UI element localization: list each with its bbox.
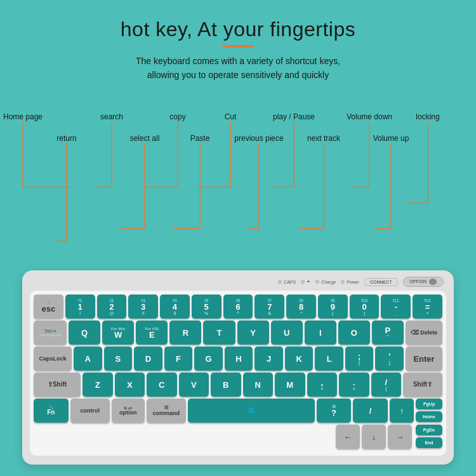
key-2[interactable]: f2 2 @ [97, 294, 127, 319]
key-delete[interactable]: ⌫ Delete [406, 321, 442, 345]
key-6[interactable]: f6 6 ^ [223, 294, 253, 319]
key-row-5: ← ↓ → PgDn End [34, 425, 442, 449]
key-l[interactable]: L [315, 347, 343, 371]
label-home-page: Home page [3, 112, 43, 121]
key-row-3: ⇧Shift Z X C V B N M , < . > [34, 373, 442, 397]
label-search: search [100, 112, 123, 121]
label-cut: Cut [225, 112, 237, 121]
key-command[interactable]: ⌘ command [147, 399, 186, 423]
key-5[interactable]: f5 5 % [192, 294, 221, 319]
key-row-0: ~ esc f1 1 ! f2 2 @ f3 3 [34, 294, 442, 319]
key-row-4: 🔧 Fn control ☯ alt option ⌘ command [34, 399, 442, 423]
subtitle: The keyboard comes with a variety of sho… [0, 54, 476, 83]
key-a[interactable]: A [74, 347, 102, 371]
key-z[interactable]: Z [83, 373, 113, 397]
key-1[interactable]: f1 1 ! [65, 294, 95, 319]
key-fn[interactable]: 🔧 Fn [34, 399, 69, 423]
label-copy: copy [169, 112, 185, 121]
key-tab[interactable]: Tab⇥ For Android [34, 321, 67, 345]
key-period[interactable]: . > [339, 373, 369, 397]
keyboard-body: ~ esc f1 1 ! f2 2 @ f3 3 [30, 291, 446, 456]
onoff-button[interactable]: OFF/ON [403, 277, 444, 287]
key-equals[interactable]: f12 = + [413, 294, 442, 319]
key-shift-left[interactable]: ⇧Shift [34, 373, 81, 397]
key-q[interactable]: Q [69, 321, 100, 345]
key-o[interactable]: O [338, 321, 370, 345]
key-x[interactable]: X [115, 373, 145, 397]
label-previous-piece: previous piece [234, 134, 284, 143]
key-n[interactable]: N [243, 373, 274, 397]
power-dot [341, 280, 345, 284]
caps-indicator: CAPS [278, 280, 296, 284]
key-3[interactable]: f3 3 # [128, 294, 158, 319]
key-e[interactable]: For iOS E [136, 321, 168, 345]
key-left[interactable]: ← [336, 425, 360, 449]
key-enter[interactable]: Enter [406, 347, 442, 371]
key-semicolon[interactable]: ; [ [345, 347, 374, 371]
nav-cluster-2: PgDn End [416, 425, 442, 449]
key-space[interactable]: 🌐 [188, 399, 315, 423]
key-row-2: CapsLock A S D F G H J K L ; [ [34, 347, 442, 371]
key-end[interactable]: End [416, 437, 442, 448]
key-b[interactable]: B [211, 373, 241, 397]
key-control[interactable]: control [70, 399, 110, 423]
label-locking: locking [416, 112, 439, 121]
keyboard-outer: CAPS ✦ Charge Power CONNECT OFF/ON [22, 270, 454, 465]
charge-dot [315, 280, 319, 284]
key-slash[interactable]: / { [371, 373, 402, 397]
key-u[interactable]: U [271, 321, 303, 345]
key-9[interactable]: f9 9 ( [318, 294, 348, 319]
bt-dot [301, 280, 305, 284]
key-w[interactable]: For Win W [102, 321, 134, 345]
key-d[interactable]: D [134, 347, 162, 371]
power-indicator: Power [341, 280, 359, 284]
key-row-1: Tab⇥ For Android Q For Win W For iOS E R… [34, 321, 442, 345]
key-4[interactable]: f4 4 $ [160, 294, 190, 319]
bt-indicator: ✦ [301, 279, 310, 284]
key-quote[interactable]: ' ] [375, 347, 404, 371]
key-comma[interactable]: , < [307, 373, 338, 397]
nav-cluster: PgUp Home [416, 399, 442, 423]
key-capslock[interactable]: CapsLock [34, 347, 72, 371]
indicator-bar: CAPS ✦ Charge Power CONNECT OFF/ON [30, 277, 446, 287]
key-0[interactable]: f10 0 ) [350, 294, 380, 319]
key-shift-right[interactable]: Shift⇧ [403, 373, 442, 397]
key-k[interactable]: K [285, 347, 314, 371]
key-p[interactable]: P " [372, 321, 404, 345]
page-container: hot key, At your fingertips The keyboard… [0, 0, 476, 83]
connect-button[interactable]: CONNECT [364, 278, 398, 286]
key-t[interactable]: T [203, 321, 235, 345]
key-f[interactable]: F [164, 347, 193, 371]
key-pgup[interactable]: PgUp [416, 399, 442, 409]
key-i[interactable]: I [305, 321, 336, 345]
key-slash2[interactable]: / [353, 399, 388, 423]
key-home[interactable]: Home [416, 411, 442, 422]
label-return: return [56, 134, 76, 143]
caps-dot [278, 280, 282, 284]
key-right[interactable]: → [388, 425, 412, 449]
key-y[interactable]: Y [237, 321, 269, 345]
key-c[interactable]: C [147, 373, 177, 397]
main-title: hot key, At your fingertips [0, 18, 476, 41]
key-down[interactable]: ↓ [362, 425, 386, 449]
key-r[interactable]: R [169, 321, 201, 345]
key-esc[interactable]: ~ esc [34, 294, 63, 319]
key-up[interactable]: ↑ [390, 399, 414, 423]
label-select-all: select all [130, 134, 160, 143]
key-j[interactable]: J [255, 347, 283, 371]
key-7[interactable]: f7 7 & [255, 294, 284, 319]
key-g[interactable]: G [194, 347, 223, 371]
key-pgdn[interactable]: PgDn [416, 425, 442, 435]
key-m[interactable]: M [275, 373, 305, 397]
key-h[interactable]: H [225, 347, 253, 371]
label-play-pause: play / Pause [273, 112, 315, 121]
key-8[interactable]: f8 8 * [286, 294, 316, 319]
title-section: hot key, At your fingertips The keyboard… [0, 0, 476, 83]
label-volume-up: Volume up [373, 134, 409, 143]
key-option[interactable]: ☯ alt option [112, 399, 145, 423]
label-next-track: next track [307, 134, 341, 143]
key-v[interactable]: V [179, 373, 209, 397]
key-s[interactable]: S [104, 347, 133, 371]
key-question[interactable]: ⚙ ? [317, 399, 352, 423]
key-minus[interactable]: f11 - _ [381, 294, 411, 319]
